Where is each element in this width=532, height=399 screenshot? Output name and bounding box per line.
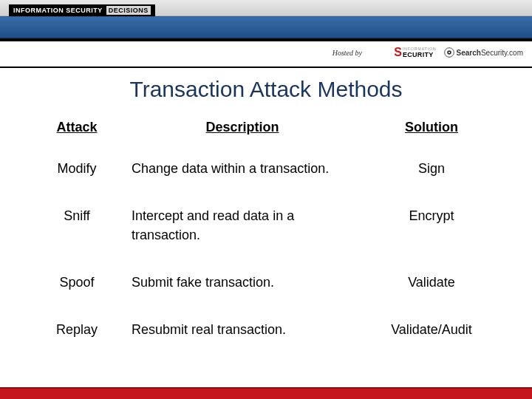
cell-solution: Encrypt <box>361 199 502 265</box>
cell-attack: Replay <box>30 313 124 360</box>
brand-badge: INFORMATION SECURITY DECISIONS <box>9 4 155 16</box>
cell-description: Change data within a transaction. <box>124 151 361 199</box>
col-header-description: Description <box>124 115 361 151</box>
cell-solution: Validate <box>361 265 502 313</box>
attack-methods-table: Attack Description Solution Modify Chang… <box>30 115 502 360</box>
hosted-by-label: Hosted by <box>332 49 362 57</box>
slide-title: Transaction Attack Methods <box>30 77 502 102</box>
footer-red-bar <box>0 387 532 399</box>
cell-attack: Modify <box>30 151 124 199</box>
header-strip-blue <box>0 16 532 38</box>
sponsor-searchsecurity-logo: SearchSecurity.com <box>444 47 523 58</box>
sponsor-logos: S INFORMATION ECURITY SearchSecurity.com <box>394 46 523 59</box>
cell-solution: Sign <box>361 151 502 199</box>
svg-point-2 <box>449 52 450 53</box>
eye-icon <box>444 47 454 58</box>
table-row: Spoof Submit fake transaction. Validate <box>30 265 502 313</box>
table-header-row: Attack Description Solution <box>30 115 502 151</box>
slide-content: Transaction Attack Methods Attack Descri… <box>0 68 532 360</box>
cell-attack: Spoof <box>30 265 124 313</box>
sponsor2-rest: Security.com <box>481 49 523 57</box>
sponsor2-bold: Search <box>457 49 481 57</box>
sponsor-s-icon: S <box>394 46 402 59</box>
brand-badge-box: DECISIONS <box>106 6 151 15</box>
col-header-solution: Solution <box>361 115 502 151</box>
table-row: Sniff Intercept and read data in a trans… <box>30 199 502 265</box>
cell-attack: Sniff <box>30 199 124 265</box>
cell-description: Intercept and read data in a transaction… <box>124 199 361 265</box>
cell-solution: Validate/Audit <box>361 313 502 360</box>
sponsor1-main: ECURITY <box>403 51 434 58</box>
table-row: Modify Change data within a transaction.… <box>30 151 502 199</box>
cell-description: Resubmit real transaction. <box>124 313 361 360</box>
cell-description: Submit fake transaction. <box>124 265 361 313</box>
col-header-attack: Attack <box>30 115 124 151</box>
table-row: Replay Resubmit real transaction. Valida… <box>30 313 502 360</box>
sponsor-security-logo: S INFORMATION ECURITY <box>394 46 436 59</box>
brand-badge-text: INFORMATION SECURITY <box>13 7 103 14</box>
slide-header: INFORMATION SECURITY DECISIONS Hosted by… <box>0 0 532 68</box>
hosted-by-row: Hosted by S INFORMATION ECURITY SearchSe… <box>0 41 532 68</box>
